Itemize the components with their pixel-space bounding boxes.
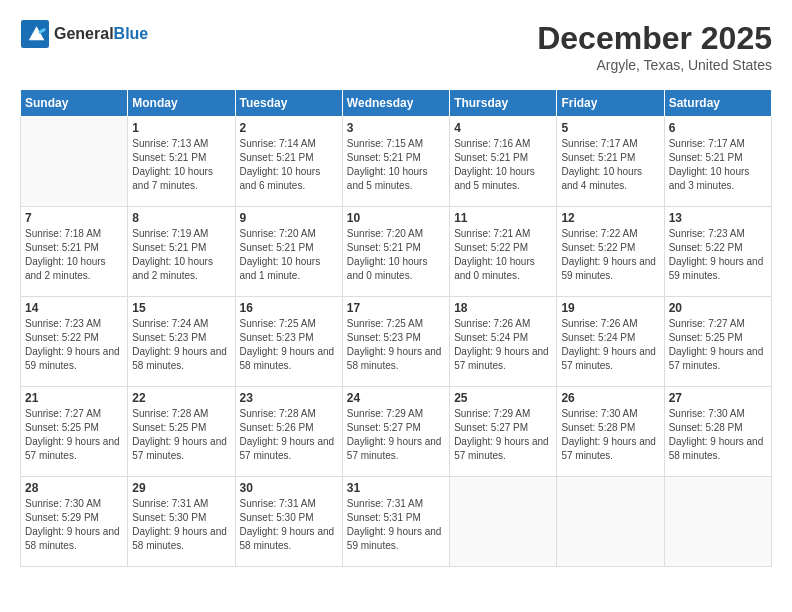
month-title: December 2025: [537, 20, 772, 57]
day-number: 27: [669, 391, 767, 405]
calendar-cell: 27Sunrise: 7:30 AMSunset: 5:28 PMDayligh…: [664, 387, 771, 477]
day-detail: Sunrise: 7:18 AMSunset: 5:21 PMDaylight:…: [25, 227, 123, 283]
day-number: 13: [669, 211, 767, 225]
day-detail: Sunrise: 7:28 AMSunset: 5:25 PMDaylight:…: [132, 407, 230, 463]
calendar-cell: 4Sunrise: 7:16 AMSunset: 5:21 PMDaylight…: [450, 117, 557, 207]
calendar-cell: [450, 477, 557, 567]
day-detail: Sunrise: 7:29 AMSunset: 5:27 PMDaylight:…: [454, 407, 552, 463]
calendar-cell: 10Sunrise: 7:20 AMSunset: 5:21 PMDayligh…: [342, 207, 449, 297]
calendar-cell: 5Sunrise: 7:17 AMSunset: 5:21 PMDaylight…: [557, 117, 664, 207]
calendar-week-row: 14Sunrise: 7:23 AMSunset: 5:22 PMDayligh…: [21, 297, 772, 387]
calendar-cell: 14Sunrise: 7:23 AMSunset: 5:22 PMDayligh…: [21, 297, 128, 387]
calendar-week-row: 7Sunrise: 7:18 AMSunset: 5:21 PMDaylight…: [21, 207, 772, 297]
day-detail: Sunrise: 7:17 AMSunset: 5:21 PMDaylight:…: [669, 137, 767, 193]
weekday-header: Saturday: [664, 90, 771, 117]
calendar-cell: 31Sunrise: 7:31 AMSunset: 5:31 PMDayligh…: [342, 477, 449, 567]
calendar-cell: 23Sunrise: 7:28 AMSunset: 5:26 PMDayligh…: [235, 387, 342, 477]
day-number: 20: [669, 301, 767, 315]
weekday-header: Tuesday: [235, 90, 342, 117]
calendar-cell: 15Sunrise: 7:24 AMSunset: 5:23 PMDayligh…: [128, 297, 235, 387]
day-number: 29: [132, 481, 230, 495]
calendar-cell: 24Sunrise: 7:29 AMSunset: 5:27 PMDayligh…: [342, 387, 449, 477]
title-block: December 2025 Argyle, Texas, United Stat…: [537, 20, 772, 73]
day-detail: Sunrise: 7:31 AMSunset: 5:30 PMDaylight:…: [132, 497, 230, 553]
day-number: 2: [240, 121, 338, 135]
day-number: 17: [347, 301, 445, 315]
day-number: 11: [454, 211, 552, 225]
calendar-cell: [21, 117, 128, 207]
day-detail: Sunrise: 7:23 AMSunset: 5:22 PMDaylight:…: [25, 317, 123, 373]
calendar-cell: 18Sunrise: 7:26 AMSunset: 5:24 PMDayligh…: [450, 297, 557, 387]
day-detail: Sunrise: 7:21 AMSunset: 5:22 PMDaylight:…: [454, 227, 552, 283]
calendar-cell: 22Sunrise: 7:28 AMSunset: 5:25 PMDayligh…: [128, 387, 235, 477]
day-detail: Sunrise: 7:27 AMSunset: 5:25 PMDaylight:…: [669, 317, 767, 373]
day-number: 9: [240, 211, 338, 225]
weekday-header: Friday: [557, 90, 664, 117]
day-detail: Sunrise: 7:17 AMSunset: 5:21 PMDaylight:…: [561, 137, 659, 193]
calendar-table: SundayMondayTuesdayWednesdayThursdayFrid…: [20, 89, 772, 567]
day-number: 8: [132, 211, 230, 225]
day-number: 3: [347, 121, 445, 135]
day-detail: Sunrise: 7:29 AMSunset: 5:27 PMDaylight:…: [347, 407, 445, 463]
day-detail: Sunrise: 7:20 AMSunset: 5:21 PMDaylight:…: [240, 227, 338, 283]
day-detail: Sunrise: 7:25 AMSunset: 5:23 PMDaylight:…: [240, 317, 338, 373]
day-number: 23: [240, 391, 338, 405]
logo: GeneralBlue: [20, 20, 148, 48]
calendar-cell: 1Sunrise: 7:13 AMSunset: 5:21 PMDaylight…: [128, 117, 235, 207]
day-detail: Sunrise: 7:23 AMSunset: 5:22 PMDaylight:…: [669, 227, 767, 283]
day-detail: Sunrise: 7:26 AMSunset: 5:24 PMDaylight:…: [454, 317, 552, 373]
calendar-cell: 28Sunrise: 7:30 AMSunset: 5:29 PMDayligh…: [21, 477, 128, 567]
weekday-header: Thursday: [450, 90, 557, 117]
page-header: GeneralBlue December 2025 Argyle, Texas,…: [20, 20, 772, 73]
day-number: 22: [132, 391, 230, 405]
calendar-cell: 11Sunrise: 7:21 AMSunset: 5:22 PMDayligh…: [450, 207, 557, 297]
calendar-cell: 16Sunrise: 7:25 AMSunset: 5:23 PMDayligh…: [235, 297, 342, 387]
day-number: 18: [454, 301, 552, 315]
day-number: 6: [669, 121, 767, 135]
calendar-cell: 8Sunrise: 7:19 AMSunset: 5:21 PMDaylight…: [128, 207, 235, 297]
weekday-header: Sunday: [21, 90, 128, 117]
day-detail: Sunrise: 7:30 AMSunset: 5:28 PMDaylight:…: [561, 407, 659, 463]
day-detail: Sunrise: 7:31 AMSunset: 5:31 PMDaylight:…: [347, 497, 445, 553]
calendar-cell: 9Sunrise: 7:20 AMSunset: 5:21 PMDaylight…: [235, 207, 342, 297]
day-detail: Sunrise: 7:20 AMSunset: 5:21 PMDaylight:…: [347, 227, 445, 283]
calendar-cell: 30Sunrise: 7:31 AMSunset: 5:30 PMDayligh…: [235, 477, 342, 567]
day-detail: Sunrise: 7:16 AMSunset: 5:21 PMDaylight:…: [454, 137, 552, 193]
calendar-cell: 3Sunrise: 7:15 AMSunset: 5:21 PMDaylight…: [342, 117, 449, 207]
day-number: 24: [347, 391, 445, 405]
day-detail: Sunrise: 7:31 AMSunset: 5:30 PMDaylight:…: [240, 497, 338, 553]
location: Argyle, Texas, United States: [537, 57, 772, 73]
day-detail: Sunrise: 7:15 AMSunset: 5:21 PMDaylight:…: [347, 137, 445, 193]
day-detail: Sunrise: 7:26 AMSunset: 5:24 PMDaylight:…: [561, 317, 659, 373]
calendar-cell: 6Sunrise: 7:17 AMSunset: 5:21 PMDaylight…: [664, 117, 771, 207]
day-number: 31: [347, 481, 445, 495]
day-detail: Sunrise: 7:14 AMSunset: 5:21 PMDaylight:…: [240, 137, 338, 193]
calendar-cell: [557, 477, 664, 567]
logo-text: GeneralBlue: [54, 25, 148, 43]
day-detail: Sunrise: 7:19 AMSunset: 5:21 PMDaylight:…: [132, 227, 230, 283]
day-detail: Sunrise: 7:28 AMSunset: 5:26 PMDaylight:…: [240, 407, 338, 463]
day-number: 4: [454, 121, 552, 135]
calendar-cell: 2Sunrise: 7:14 AMSunset: 5:21 PMDaylight…: [235, 117, 342, 207]
day-number: 19: [561, 301, 659, 315]
day-detail: Sunrise: 7:13 AMSunset: 5:21 PMDaylight:…: [132, 137, 230, 193]
calendar-cell: 21Sunrise: 7:27 AMSunset: 5:25 PMDayligh…: [21, 387, 128, 477]
calendar-week-row: 28Sunrise: 7:30 AMSunset: 5:29 PMDayligh…: [21, 477, 772, 567]
calendar-week-row: 21Sunrise: 7:27 AMSunset: 5:25 PMDayligh…: [21, 387, 772, 477]
day-detail: Sunrise: 7:25 AMSunset: 5:23 PMDaylight:…: [347, 317, 445, 373]
day-number: 5: [561, 121, 659, 135]
calendar-cell: 29Sunrise: 7:31 AMSunset: 5:30 PMDayligh…: [128, 477, 235, 567]
day-number: 30: [240, 481, 338, 495]
day-detail: Sunrise: 7:24 AMSunset: 5:23 PMDaylight:…: [132, 317, 230, 373]
calendar-cell: 13Sunrise: 7:23 AMSunset: 5:22 PMDayligh…: [664, 207, 771, 297]
calendar-week-row: 1Sunrise: 7:13 AMSunset: 5:21 PMDaylight…: [21, 117, 772, 207]
day-number: 14: [25, 301, 123, 315]
calendar-cell: 25Sunrise: 7:29 AMSunset: 5:27 PMDayligh…: [450, 387, 557, 477]
calendar-cell: 12Sunrise: 7:22 AMSunset: 5:22 PMDayligh…: [557, 207, 664, 297]
day-number: 1: [132, 121, 230, 135]
calendar-cell: [664, 477, 771, 567]
day-number: 26: [561, 391, 659, 405]
day-number: 7: [25, 211, 123, 225]
day-detail: Sunrise: 7:30 AMSunset: 5:28 PMDaylight:…: [669, 407, 767, 463]
weekday-header-row: SundayMondayTuesdayWednesdayThursdayFrid…: [21, 90, 772, 117]
